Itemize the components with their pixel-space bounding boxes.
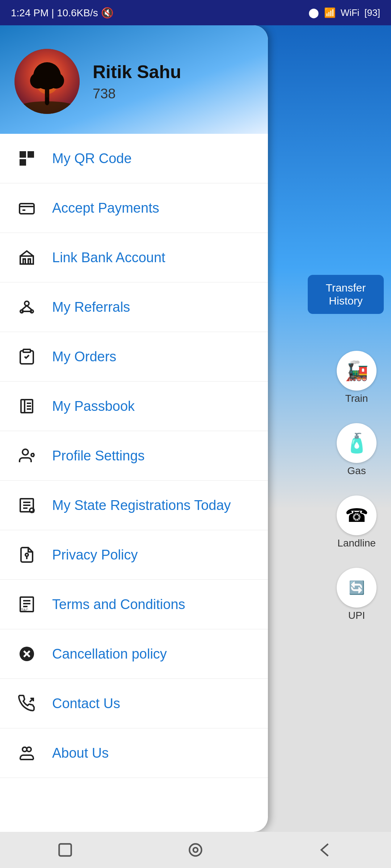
menu-item-cancellation-policy[interactable]: Cancellation policy	[0, 629, 268, 679]
menu-label-my-passbook: My Passbook	[52, 399, 135, 414]
svg-line-33	[22, 306, 27, 310]
menu-label-my-qr-code: My QR Code	[52, 151, 132, 166]
svg-point-67	[193, 848, 198, 852]
svg-rect-28	[28, 259, 30, 264]
drawer-menu: My QR Code Accept Payments	[0, 134, 268, 832]
svg-rect-27	[23, 259, 25, 264]
state-registrations-icon	[14, 493, 39, 518]
bottom-navigation	[0, 832, 391, 868]
terms-conditions-icon: T&C	[14, 592, 39, 617]
menu-label-about-us: About Us	[52, 745, 109, 761]
menu-label-my-orders: My Orders	[52, 349, 116, 365]
menu-label-cancellation-policy: Cancellation policy	[52, 646, 167, 662]
battery-icon: [93]	[365, 7, 380, 18]
nav-circle-button[interactable]	[181, 835, 210, 864]
svg-point-30	[25, 301, 29, 306]
svg-point-66	[189, 844, 201, 856]
privacy-policy-icon	[14, 542, 39, 567]
status-time-network: 1:24 PM | 10.6KB/s 🔇	[11, 7, 114, 19]
menu-item-about-us[interactable]: About Us	[0, 728, 268, 778]
my-orders-icon	[14, 344, 39, 369]
menu-item-terms-and-conditions[interactable]: T&C Terms and Conditions	[0, 580, 268, 629]
menu-label-accept-payments: Accept Payments	[52, 200, 159, 216]
my-passbook-icon	[14, 394, 39, 418]
svg-rect-15	[22, 161, 24, 163]
link-bank-icon	[14, 245, 39, 270]
svg-rect-26	[20, 256, 33, 264]
contact-us-icon	[14, 691, 39, 716]
svg-line-51	[33, 512, 34, 512]
service-gas[interactable]: 🧴 Gas	[337, 423, 377, 477]
menu-item-my-state-registrations[interactable]: My State Registrations Today	[0, 481, 268, 530]
service-train[interactable]: 🚂 Train	[337, 351, 377, 404]
svg-rect-65	[59, 844, 71, 856]
gas-icon-circle: 🧴	[337, 423, 377, 463]
menu-label-my-referrals: My Referrals	[52, 299, 130, 315]
menu-item-my-referrals[interactable]: My Referrals	[0, 282, 268, 332]
drawer-header: Ritik Sahu 738	[0, 25, 268, 134]
menu-label-link-bank-account: Link Bank Account	[52, 250, 165, 265]
svg-rect-23	[20, 204, 34, 214]
svg-point-8	[45, 99, 49, 105]
landline-label: Landline	[337, 537, 376, 549]
menu-item-my-qr-code[interactable]: My QR Code	[0, 134, 268, 183]
cancellation-policy-icon	[14, 642, 39, 666]
gas-label: Gas	[347, 465, 366, 477]
menu-label-profile-settings: Profile Settings	[52, 448, 145, 464]
svg-point-63	[27, 747, 31, 752]
svg-text:T&C: T&C	[21, 608, 28, 612]
accept-payments-icon	[14, 196, 39, 220]
my-referrals-icon	[14, 295, 39, 319]
svg-rect-36	[23, 349, 30, 352]
menu-item-my-passbook[interactable]: My Passbook	[0, 382, 268, 431]
user-id: 738	[93, 86, 181, 102]
transfer-history-button[interactable]: Transfer History	[308, 275, 384, 314]
status-icons: ⬤ 📶 WiFi [93]	[308, 7, 380, 18]
menu-label-contact-us: Contact Us	[52, 696, 120, 711]
bluetooth-icon: ⬤	[308, 7, 319, 18]
svg-point-42	[22, 449, 28, 455]
nav-square-button[interactable]	[51, 835, 80, 864]
train-icon-circle: 🚂	[337, 351, 377, 391]
train-label: Train	[345, 393, 368, 404]
svg-point-9	[46, 97, 49, 100]
landline-icon-circle: ☎	[337, 495, 377, 535]
avatar	[14, 49, 80, 114]
menu-item-my-orders[interactable]: My Orders	[0, 332, 268, 382]
user-info: Ritik Sahu 738	[93, 61, 181, 102]
svg-line-34	[27, 306, 32, 310]
qr-code-icon	[14, 146, 39, 171]
svg-rect-13	[22, 153, 24, 156]
svg-point-7	[48, 73, 64, 89]
menu-item-privacy-policy[interactable]: Privacy Policy	[0, 530, 268, 580]
side-drawer: Ritik Sahu 738 My QR Code	[0, 25, 268, 832]
service-landline[interactable]: ☎ Landline	[337, 495, 377, 549]
status-bar: 1:24 PM | 10.6KB/s 🔇 ⬤ 📶 WiFi [93]	[0, 0, 391, 25]
menu-label-terms-and-conditions: Terms and Conditions	[52, 597, 185, 612]
upi-label: UPI	[348, 610, 365, 621]
wifi-icon: WiFi	[341, 7, 360, 18]
menu-item-profile-settings[interactable]: Profile Settings	[0, 431, 268, 481]
menu-item-accept-payments[interactable]: Accept Payments	[0, 183, 268, 233]
about-us-icon	[14, 741, 39, 765]
menu-item-contact-us[interactable]: Contact Us	[0, 679, 268, 728]
menu-label-my-state-registrations: My State Registrations Today	[52, 498, 231, 513]
nav-back-button[interactable]	[311, 835, 340, 864]
service-upi[interactable]: 🔄 UPI	[337, 568, 377, 621]
signal-icon: 📶	[324, 7, 336, 18]
upi-icon-circle: 🔄	[337, 568, 377, 608]
svg-point-6	[30, 73, 46, 89]
svg-rect-14	[30, 153, 32, 156]
menu-label-privacy-policy: Privacy Policy	[52, 547, 138, 563]
menu-item-link-bank-account[interactable]: Link Bank Account	[0, 233, 268, 282]
profile-settings-icon	[14, 443, 39, 468]
user-name: Ritik Sahu	[93, 61, 181, 82]
